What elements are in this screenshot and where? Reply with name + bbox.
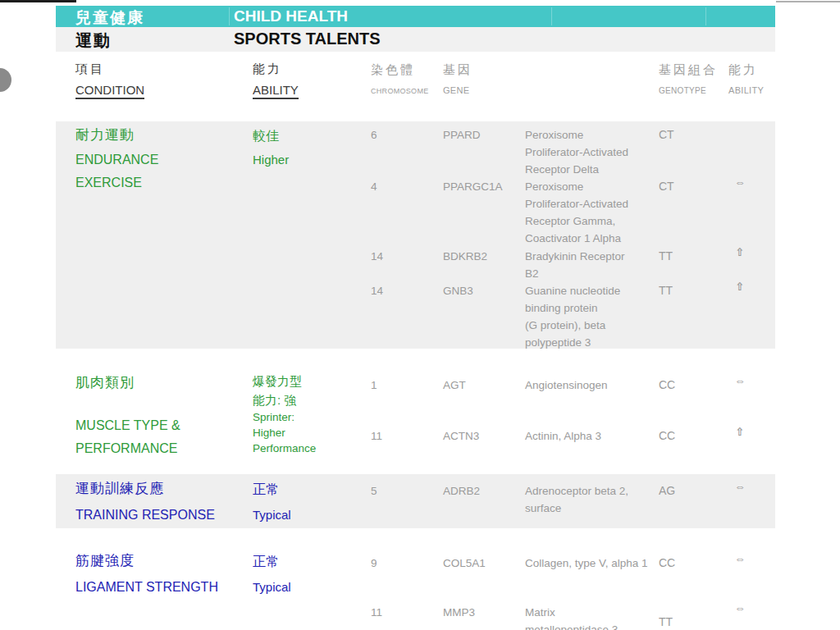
chromosome-cell: 11 (371, 427, 382, 445)
category-title-zh: 兒童健康 (75, 7, 144, 29)
up-arrow-icon: ⇧ (722, 422, 758, 442)
gene-cell: COL5A1 (443, 555, 486, 572)
up-arrow-icon: ⇧ (722, 277, 758, 297)
col-header-chromosome-zh: 染色體 (371, 62, 415, 78)
condition-name-en: TRAINING RESPONSE (75, 504, 215, 527)
col-header-genotype-en: GENOTYPE (659, 86, 706, 95)
gene-description: Peroxisome Proliferator-Activated Recept… (525, 126, 663, 178)
section-title-en: SPORTS TALENTS (234, 30, 381, 48)
up-arrow-icon: ⇧ (722, 243, 758, 262)
gene-description: Peroxisome Proliferator-Activated Recept… (525, 178, 663, 247)
banner-divider (229, 7, 230, 25)
left-right-arrow-icon: ⇔ (722, 477, 758, 497)
banner-divider (551, 7, 552, 25)
top-edge-artifact (0, 0, 76, 2)
gene-description: Actinin, Alpha 3 (525, 427, 663, 445)
genotype-cell: TT (659, 248, 673, 265)
category-banner: 兒童健康 CHILD HEALTH (56, 6, 775, 27)
chromosome-cell: 14 (371, 248, 383, 265)
col-header-gene-zh: 基因 (443, 62, 472, 78)
section-title-zh: 運動 (75, 30, 112, 52)
col-header-condition-zh: 項目 (75, 62, 105, 77)
section-endurance-exercise: 耐力運動 ENDURANCE EXERCISE 較佳 Higher 6 PPAR… (56, 121, 775, 349)
gene-row: 9 COL5A1 Collagen, type V, alpha 1 CC ⇔ (56, 555, 775, 571)
gene-cell: PPARGC1A (443, 178, 503, 195)
chromosome-cell: 14 (371, 282, 383, 299)
section-muscle-type: 肌肉類別 MUSCLE TYPE & PERFORMANCE 爆發力型 能力: … (56, 349, 775, 474)
col-header-ability2-zh: 能力 (728, 62, 758, 78)
gene-cell: PPARD (443, 126, 481, 144)
gene-description: Guanine nucleotide binding protein (G pr… (525, 282, 663, 351)
section-ligament-strength: 筋腱強度 LIGAMENT STRENGTH 正常 Typical 9 COL5… (56, 528, 775, 630)
section-title-bar: 運動 SPORTS TALENTS (56, 27, 775, 52)
category-title-en: CHILD HEALTH (234, 7, 348, 25)
col-header-ability-zh: 能力 (253, 62, 282, 77)
genotype-cell: CC (659, 377, 675, 394)
ability-result-en: Typical (253, 576, 291, 599)
gene-description: Adrenoceptor beta 2, surface (525, 482, 663, 517)
gene-description: Bradykinin Receptor B2 (525, 248, 663, 282)
genotype-cell: TT (659, 614, 673, 630)
gene-row: 6 PPARD Peroxisome Proliferator-Activate… (56, 126, 775, 143)
genotype-cell: AG (659, 482, 675, 500)
genotype-cell: CC (659, 427, 675, 445)
left-right-arrow-icon: ⇔ (722, 372, 758, 391)
left-right-arrow-icon: ⇔ (722, 173, 758, 193)
gene-cell: AGT (443, 377, 466, 394)
gene-row: 11 MMP3 Matrix metallopeptidase 3 TT ⇔ (56, 604, 775, 620)
chromosome-cell: 11 (371, 604, 382, 621)
condition-name-en: LIGAMENT STRENGTH (75, 576, 218, 599)
col-header-gene-en: GENE (443, 85, 469, 95)
col-header-condition-en: CONDITION (75, 83, 144, 99)
gene-row: 1 AGT Angiotensinogen CC ⇔ (56, 377, 775, 393)
section-training-response: 運動訓練反應 TRAINING RESPONSE 正常 Typical 5 AD… (56, 474, 775, 528)
report-page: 兒童健康 CHILD HEALTH 運動 SPORTS TALENTS 項目 C… (0, 0, 840, 630)
col-header-ability2-en: ABILITY (728, 85, 764, 95)
left-right-arrow-icon: ⇔ (722, 599, 758, 619)
genotype-cell: TT (659, 282, 673, 299)
gene-description: Collagen, type V, alpha 1 (525, 555, 710, 572)
chromosome-cell: 6 (371, 126, 377, 144)
gene-row: 14 GNB3 Guanine nucleotide binding prote… (56, 282, 775, 299)
gene-description: Angiotensinogen (525, 377, 663, 394)
page-nav-handle[interactable] (0, 68, 11, 92)
chromosome-cell: 1 (371, 377, 377, 394)
gene-cell: ACTN3 (443, 427, 479, 445)
chromosome-cell: 5 (371, 482, 377, 500)
ability-result-en: Higher (253, 148, 289, 171)
banner-divider (705, 7, 706, 25)
genotype-cell: CC (659, 555, 675, 572)
gene-cell: ADRB2 (443, 482, 480, 500)
col-header-ability-en: ABILITY (253, 83, 299, 99)
gene-row: 14 BDKRB2 Bradykinin Receptor B2 TT ⇧ (56, 248, 775, 264)
chromosome-cell: 4 (371, 178, 377, 195)
gene-row: 11 ACTN3 Actinin, Alpha 3 CC ⇧ (56, 427, 775, 444)
genotype-cell: CT (659, 126, 674, 144)
left-right-arrow-icon: ⇔ (722, 550, 758, 569)
gene-row: 5 ADRB2 Adrenoceptor beta 2, surface AG … (56, 482, 775, 499)
gene-cell: MMP3 (443, 604, 475, 621)
col-header-genotype-zh: 基因組合 (659, 62, 718, 78)
col-header-chromosome-en: CHROMOSOME (371, 87, 429, 95)
gene-description: Matrix metallopeptidase 3 (525, 604, 663, 630)
gene-cell: GNB3 (443, 282, 473, 299)
gene-cell: BDKRB2 (443, 248, 487, 265)
gene-row: 4 PPARGC1A Peroxisome Proliferator-Activ… (56, 178, 775, 194)
genotype-cell: CT (659, 178, 674, 195)
chromosome-cell: 9 (371, 555, 377, 572)
top-edge-artifact-right (776, 1, 840, 2)
ability-result-en: Typical (253, 504, 291, 527)
